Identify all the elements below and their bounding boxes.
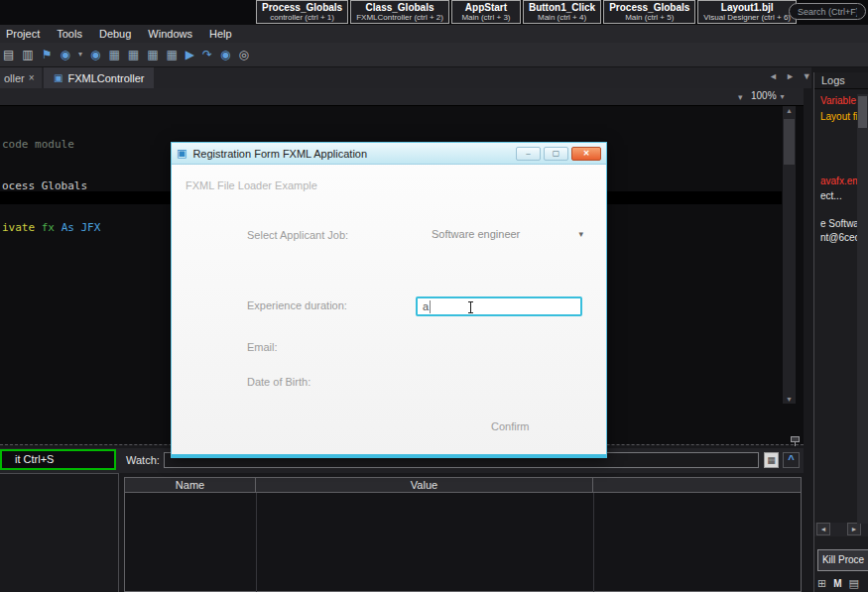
module-tab-button1-click[interactable]: Button1_Click Main (ctrl + 4) <box>523 0 601 24</box>
dialog-title: Registration Form FXML Application <box>192 148 513 160</box>
text-caret <box>430 300 431 313</box>
email-label: Email: <box>247 341 278 353</box>
module-tab-title: Process_Globals <box>609 2 689 13</box>
member-bar: ▾ 100%▾ <box>0 88 804 106</box>
duration-label: Experience duration: <box>247 299 347 311</box>
dialog-titlebar[interactable]: ▣ Registration Form FXML Application – ▢… <box>172 143 606 165</box>
open-icon[interactable]: ▥ <box>22 49 33 60</box>
panel-layout4-icon[interactable]: ▦ <box>166 49 177 60</box>
run-icon[interactable]: ▶ <box>186 49 194 60</box>
zoom-control[interactable]: 100%▾ <box>751 90 801 105</box>
step-over-icon[interactable]: ↷ <box>202 49 212 60</box>
scrollbar-thumb[interactable] <box>784 119 795 165</box>
column-header-name[interactable]: Name <box>125 478 256 492</box>
menu-windows[interactable]: Windows <box>148 28 192 40</box>
module-icon: ▣ <box>54 72 62 83</box>
app-icon: ▣ <box>177 147 186 160</box>
bottom-left-panel <box>0 473 119 592</box>
module-tab-process-globals-controller[interactable]: Process_Globals controller (ctrl + 1) <box>256 0 348 24</box>
member-dropdown-icon[interactable]: ▾ <box>738 92 743 102</box>
code-line-comment: code module <box>2 138 100 152</box>
status-doc-icon[interactable]: ▤ <box>849 577 859 590</box>
zoom-value: 100% <box>751 90 777 101</box>
scroll-up-icon[interactable]: ▲ <box>783 107 796 114</box>
chevron-down-icon: ▾ <box>781 92 785 101</box>
module-tab-appstart[interactable]: AppStart Main (ctrl + 3) <box>451 0 521 24</box>
search-input[interactable] <box>789 3 866 20</box>
duration-input[interactable]: a <box>416 296 582 316</box>
close-button[interactable]: ✕ <box>571 147 601 161</box>
maximize-button[interactable]: ▢ <box>544 147 568 161</box>
confirm-button[interactable]: Confirm <box>491 420 530 432</box>
panel-layout1-icon[interactable]: ▦ <box>108 49 119 60</box>
tabstrip-nav: ◄ ► ▼ <box>769 71 811 81</box>
calculator-icon: ▦ <box>767 455 776 465</box>
tab-label: oller <box>4 72 25 84</box>
back-history-dropdown-icon[interactable]: ▾ <box>78 51 82 59</box>
job-select[interactable]: Software engineer ▾ <box>430 226 580 244</box>
scrollbar-thumb[interactable] <box>858 96 867 128</box>
resume-icon[interactable]: ◉ <box>220 49 230 60</box>
minimize-button[interactable]: – <box>516 147 541 161</box>
module-tab-subtitle: FXMLController (ctrl + 2) <box>356 13 443 22</box>
bookmark-icon[interactable]: ⚑ <box>42 49 53 60</box>
module-tab-subtitle: Main (ctrl + 3) <box>457 13 515 22</box>
logs-vertical-scrollbar[interactable] <box>857 94 868 524</box>
panel-layout3-icon[interactable]: ▦ <box>147 49 158 60</box>
kill-process-button[interactable]: Kill Proce <box>817 549 868 571</box>
column-divider <box>593 493 594 592</box>
tab-list-dropdown-icon[interactable]: ▼ <box>803 71 811 81</box>
editor-tabstrip: oller × ▣ FXMLController ◄ ► ▼ <box>0 67 811 88</box>
module-tab-subtitle: Main (ctrl + 5) <box>609 13 689 22</box>
dialog-heading: FXML File Loader Example <box>186 179 317 191</box>
editor-vertical-scrollbar[interactable]: ▲ ▼ <box>783 106 796 404</box>
menu-bar: Project Tools Debug Windows Help <box>0 25 868 43</box>
scroll-tabs-left-icon[interactable]: ◄ <box>769 71 778 81</box>
collapse-panel-button[interactable]: ^ <box>783 452 800 468</box>
column-header-value[interactable]: Value <box>256 478 593 492</box>
module-tab-process-globals-main[interactable]: Process_Globals Main (ctrl + 5) <box>603 0 695 24</box>
duration-value: a <box>423 300 429 312</box>
column-header-empty <box>593 478 801 492</box>
menu-help[interactable]: Help <box>209 28 232 40</box>
navigate-back-icon[interactable]: ◉ <box>60 49 69 60</box>
menu-debug[interactable]: Debug <box>99 28 131 40</box>
module-tab-layout1[interactable]: Layout1.bjl Visual Designer (ctrl + 6) <box>697 0 797 24</box>
panel-layout2-icon[interactable]: ▦ <box>128 49 139 60</box>
chevron-up-icon: ^ <box>788 453 794 465</box>
code-line-declaration: ivate fx As JFX <box>2 221 100 235</box>
module-tab-subtitle: controller (ctrl + 1) <box>262 13 342 22</box>
column-divider <box>256 493 257 592</box>
scroll-tabs-right-icon[interactable]: ► <box>786 71 795 81</box>
pin-panel-icon[interactable] <box>791 436 800 442</box>
logs-horizontal-scrollbar[interactable]: ◄ ► <box>814 523 868 536</box>
module-tab-bar: Process_Globals controller (ctrl + 1) Cl… <box>0 0 868 25</box>
job-label: Select Applicant Job: <box>247 229 348 241</box>
module-tab-title: Process_Globals <box>262 2 342 13</box>
close-tab-icon[interactable]: × <box>29 72 35 83</box>
breakpoint-icon[interactable]: ◎ <box>239 49 249 60</box>
module-tab-title: Class_Globals <box>356 2 443 13</box>
status-grid-icon[interactable]: ⊞ <box>817 577 826 590</box>
menu-tools[interactable]: Tools <box>57 28 82 40</box>
module-tab-subtitle: Main (ctrl + 4) <box>529 13 595 22</box>
module-tab-class-globals[interactable]: Class_Globals FXMLController (ctrl + 2) <box>350 0 449 24</box>
tab-controller-partial[interactable]: oller × <box>0 67 42 88</box>
save-icon[interactable]: ▤ <box>3 49 14 60</box>
watch-table-header: Name Value <box>125 478 801 493</box>
module-tab-title: Button1_Click <box>529 2 595 13</box>
tab-fxmlcontroller[interactable]: ▣ FXMLController <box>44 67 154 88</box>
code-lines: code module ocess_Globals ivate fx As JF… <box>2 110 100 263</box>
chevron-down-icon: ▾ <box>578 229 583 239</box>
evaluate-button[interactable]: ▦ <box>764 452 779 468</box>
scroll-right-icon[interactable]: ► <box>847 523 861 535</box>
commit-hint-button[interactable]: it Ctrl+S <box>0 449 116 470</box>
minimize-icon: – <box>526 149 530 158</box>
b4j-ide-window: Process_Globals controller (ctrl + 1) Cl… <box>0 0 868 592</box>
navigate-forward-icon[interactable]: ◉ <box>90 49 100 60</box>
close-icon: ✕ <box>583 149 590 158</box>
menu-project[interactable]: Project <box>6 28 40 40</box>
scroll-down-icon[interactable]: ▼ <box>783 396 796 403</box>
toolbar-icons: ▤ ▥ ⚑ ◉ ▾ ◉ ▦ ▦ ▦ ▦ ▶ ↷ ◉ ◎ <box>3 43 249 66</box>
scroll-left-icon[interactable]: ◄ <box>816 523 830 535</box>
